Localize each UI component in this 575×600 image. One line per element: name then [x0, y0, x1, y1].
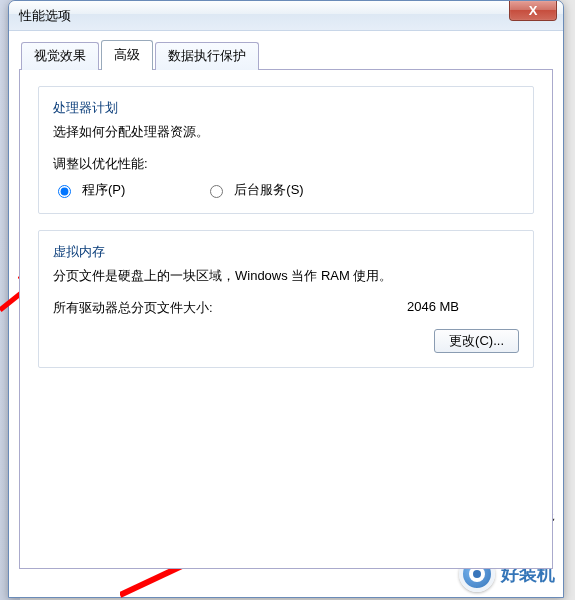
group-caption: 虚拟内存: [53, 243, 519, 261]
tab-strip: 视觉效果 高级 数据执行保护: [21, 39, 553, 69]
radio-programs[interactable]: [58, 185, 71, 198]
tab-label: 视觉效果: [34, 48, 86, 63]
tab-label: 数据执行保护: [168, 48, 246, 63]
vm-total-value: 2046 MB: [407, 299, 459, 317]
change-button-label: 更改(C)...: [449, 333, 504, 348]
radio-programs-label: 程序(P): [82, 181, 125, 199]
vm-desc: 分页文件是硬盘上的一块区域，Windows 当作 RAM 使用。: [53, 267, 519, 285]
radio-background-services[interactable]: [210, 185, 223, 198]
window-title: 性能选项: [19, 7, 71, 25]
group-virtual-memory: 虚拟内存 分页文件是硬盘上的一块区域，Windows 当作 RAM 使用。 所有…: [38, 230, 534, 368]
tab-label: 高级: [114, 47, 140, 62]
tab-visual-effects[interactable]: 视觉效果: [21, 42, 99, 70]
change-button[interactable]: 更改(C)...: [434, 329, 519, 353]
performance-options-dialog: 性能选项 X 视觉效果 高级 数据执行保护 处理器计划 选择如何分配处理器资源。…: [8, 0, 564, 598]
adjust-label: 调整以优化性能:: [53, 155, 519, 173]
vm-total-label: 所有驱动器总分页文件大小:: [53, 299, 213, 317]
tab-dep[interactable]: 数据执行保护: [155, 42, 259, 70]
close-button[interactable]: X: [509, 1, 557, 21]
group-caption: 处理器计划: [53, 99, 519, 117]
tab-advanced[interactable]: 高级: [101, 40, 153, 70]
tabpanel-advanced: 处理器计划 选择如何分配处理器资源。 调整以优化性能: 程序(P) 后台服务(S…: [19, 69, 553, 569]
group-processor-scheduling: 处理器计划 选择如何分配处理器资源。 调整以优化性能: 程序(P) 后台服务(S…: [38, 86, 534, 214]
close-icon: X: [529, 3, 538, 18]
processor-desc: 选择如何分配处理器资源。: [53, 123, 519, 141]
radio-services-label: 后台服务(S): [234, 181, 303, 199]
titlebar[interactable]: 性能选项 X: [9, 1, 563, 31]
